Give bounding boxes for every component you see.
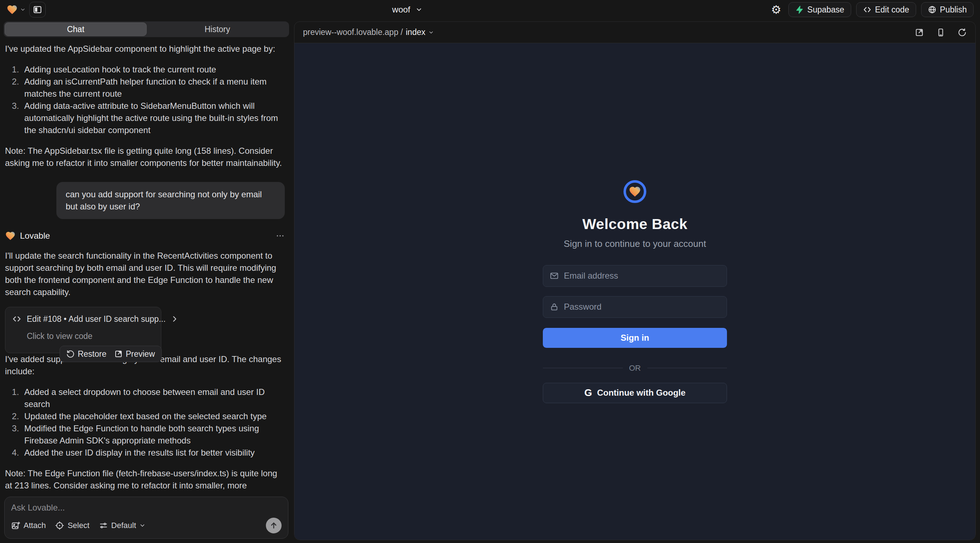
password-input[interactable] [564,302,720,312]
page-title: Welcome Back [582,216,688,233]
chevron-down-icon [20,7,26,13]
sidebar-panel-icon [33,5,42,14]
publish-label: Publish [940,5,967,14]
code-brackets-icon [12,314,22,324]
target-icon [55,521,64,530]
edit-code-card[interactable]: Edit #108 • Add user ID search supp... C… [5,307,161,353]
chevron-down-icon [415,6,423,13]
lovable-heart-icon [6,4,18,15]
or-divider: OR [543,364,727,373]
user-message-bubble: can you add support for searching not on… [56,182,285,219]
email-field[interactable] [543,265,727,287]
edit-card-title: Edit #108 • Add user ID search supp... [27,313,165,325]
list-item: Adding an isCurrentPath helper function … [21,76,285,100]
heart-icon [628,185,641,198]
list-item: Added a select dropdown to choose betwee… [21,386,285,410]
list-item: Added the user ID display in the results… [21,447,285,459]
arrow-up-icon [269,521,278,530]
preview-url-host: preview--woof.lovable.app / [303,27,403,37]
list-item: Modified the Edge Function to handle bot… [21,422,285,447]
email-input[interactable] [564,271,720,281]
chevron-right-icon [170,315,178,323]
edit-card-actions: Restore Preview [60,346,162,362]
tab-chat[interactable]: Chat [5,22,147,36]
lovable-app: woof ⚙ Supabase Edit code [0,0,980,543]
or-label: OR [629,364,641,373]
preview-panel: preview--woof.lovable.app / index [294,21,976,540]
project-name: woof [392,5,410,14]
page-subtitle: Sign in to continue to your account [564,238,706,249]
restore-icon [66,349,75,358]
sign-in-button[interactable]: Sign in [543,328,727,348]
message-menu-icon[interactable] [275,231,285,240]
globe-icon [928,5,937,14]
refresh-button[interactable] [958,28,967,37]
supabase-bolt-icon [795,5,804,14]
mail-icon [550,271,559,280]
attach-button[interactable]: Attach [11,521,46,530]
chat-composer: Attach Select Default [4,497,288,539]
open-in-new-tab-button[interactable] [915,28,924,37]
settings-button[interactable]: ⚙ [769,4,783,15]
assistant-list: Added a select dropdown to choose betwee… [5,386,285,459]
project-switcher[interactable]: woof [46,5,769,14]
password-field[interactable] [543,296,727,318]
lovable-heart-icon [5,230,16,241]
chat-panel: Chat History I've updated the AppSidebar… [0,19,293,543]
google-button-label: Continue with Google [597,388,686,398]
list-item: Updated the placeholder text based on th… [21,410,285,422]
lock-icon [550,302,559,311]
publish-button[interactable]: Publish [921,2,974,17]
chat-input[interactable] [11,503,282,518]
edit-card-subtitle: Click to view code [27,330,154,342]
attach-image-icon [11,521,20,530]
assistant-paragraph: I've updated the AppSidebar component to… [5,43,285,55]
tab-history[interactable]: History [147,22,288,36]
preview-url-page: index [406,27,425,37]
assistant-header: Lovable [5,230,285,242]
gear-icon: ⚙ [771,3,781,16]
send-button[interactable] [266,518,282,533]
sliders-icon [99,521,108,530]
chat-mode-dropdown[interactable]: Default [99,521,146,530]
list-item: Adding useLocation hook to track the cur… [21,64,285,76]
assistant-note: Note: The Edge Function file (fetch-fire… [5,467,285,493]
preview-viewport: Welcome Back Sign in to continue to your… [294,43,975,540]
google-g-icon: G [584,387,592,399]
chevron-down-icon [139,522,146,529]
assistant-paragraph: I'll update the search functionality in … [5,250,285,298]
supabase-button[interactable]: Supabase [788,2,851,17]
toggle-sidebar-button[interactable] [29,2,46,17]
edit-code-button[interactable]: Edit code [856,2,916,17]
code-brackets-icon [863,5,872,14]
chevron-down-icon [428,30,434,35]
topbar: woof ⚙ Supabase Edit code [0,0,980,19]
lovable-logo-menu[interactable] [6,4,26,15]
assistant-note: Note: The AppSidebar.tsx file is getting… [5,145,285,169]
continue-with-google-button[interactable]: G Continue with Google [543,383,727,403]
external-link-icon [114,349,123,358]
edit-code-label: Edit code [875,5,909,14]
preview-url-selector[interactable]: preview--woof.lovable.app / index [303,27,434,37]
chat-history-tabbar: Chat History [3,21,289,37]
app-logo [624,180,646,203]
preview-header: preview--woof.lovable.app / index [294,22,975,43]
signin-card: Welcome Back Sign in to continue to your… [543,180,727,403]
select-element-button[interactable]: Select [55,521,89,530]
assistant-list: Adding useLocation hook to track the cur… [5,64,285,136]
list-item: Adding data-active attribute to SidebarM… [21,100,285,136]
mobile-view-button[interactable] [936,28,945,37]
supabase-label: Supabase [807,5,845,14]
assistant-name: Lovable [20,230,50,242]
preview-button[interactable]: Preview [114,348,155,360]
chat-message-list[interactable]: I've updated the AppSidebar component to… [0,37,293,493]
restore-button[interactable]: Restore [66,348,107,360]
